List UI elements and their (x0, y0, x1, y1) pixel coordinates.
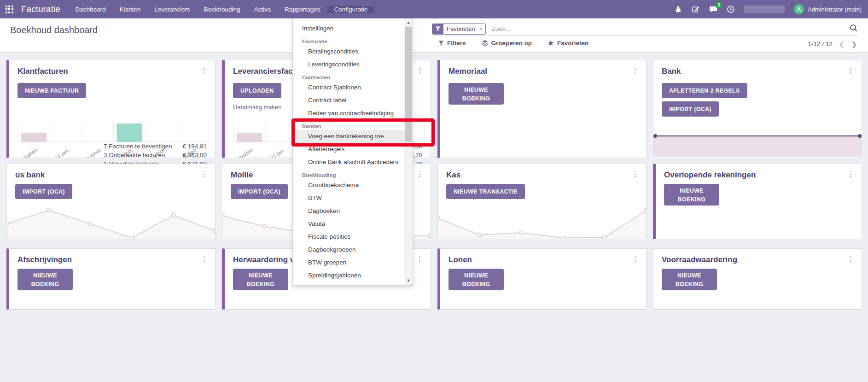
menu-item-dagboekgroepen[interactable]: Dagboekgroepen (293, 243, 404, 256)
menu-item-contract-sjablonen[interactable]: Contract Sjablonen (293, 81, 404, 94)
card-title: Overlopende rekeningen (664, 170, 756, 180)
nieuwe-boeking-button[interactable]: NIEUWEBOEKING (17, 269, 73, 290)
menu-item-btw-groepen[interactable]: BTW groepen (293, 256, 404, 269)
menu-item-grootboekschema[interactable]: Grootboekschema (293, 179, 404, 192)
search-input[interactable]: Zoek... (491, 25, 850, 32)
avatar: A (794, 4, 804, 14)
kebab-menu-icon[interactable]: ⋮ (414, 170, 425, 178)
menu-section-facturatie: Facturatie (293, 35, 404, 45)
card-title: us bank (15, 170, 45, 180)
filter-funnel-icon (432, 24, 443, 34)
company-switcher-redacted[interactable] (744, 6, 785, 13)
control-panel: Boekhoud dashboard Favorieten × Zoek... … (0, 18, 868, 53)
menu-item-fiscale-posities[interactable]: Fiscale posities (293, 230, 404, 243)
nav-item-boekhouding[interactable]: Boekhouding (197, 6, 247, 13)
nav-item-activa[interactable]: Activa (247, 6, 278, 13)
afletteren-button[interactable]: AFLETTEREN 2 REGELS (662, 83, 747, 98)
pager: 1-12 / 12 ❮ ❯ (808, 41, 857, 47)
menu-item-reden-van-contractbe-indiging[interactable]: Reden van contractbeëindiging (293, 107, 404, 120)
nav-item-klanten[interactable]: Klanten (113, 6, 148, 13)
dashboard-content: Klantfacturen ⋮ NIEUWE FACTUUR 7 Facture… (0, 53, 868, 382)
menu-item-instellingen[interactable]: Instellingen (293, 22, 404, 35)
nieuwe-boeking-button[interactable]: NIEUWEBOEKING (662, 269, 717, 290)
favorites-button[interactable]: Favorieten (548, 40, 588, 47)
grid-icon (6, 6, 13, 13)
kebab-menu-icon[interactable]: ⋮ (845, 170, 856, 178)
app-brand[interactable]: Facturatie (18, 4, 68, 14)
import-oca-button[interactable]: IMPORT (OCA) (15, 184, 72, 199)
card-us-bank: us bank ⋮ IMPORT (OCA) (6, 164, 216, 239)
svg-text:Deze week: Deze week (77, 147, 102, 158)
kebab-menu-icon[interactable]: ⋮ (845, 66, 856, 75)
menu-item-betalingscondities[interactable]: Betalingscondities (293, 45, 404, 58)
nieuwe-boeking-button[interactable]: NIEUWEBOEKING (449, 269, 504, 290)
chat-icon[interactable]: 2 (709, 5, 717, 13)
nav-item-configuratie[interactable]: Configuratie (327, 6, 375, 13)
import-oca-button[interactable]: IMPORT (OCA) (662, 101, 719, 117)
bug-icon[interactable] (674, 5, 682, 13)
mini-area-chart (653, 134, 862, 157)
nav-item-leveranciers[interactable]: Leveranciers (147, 6, 197, 13)
kebab-menu-icon[interactable]: ⋮ (414, 66, 425, 75)
nav-item-dashboard[interactable]: Dashboard (68, 6, 112, 13)
dropdown-scrollbar[interactable]: ▲ ▼ (404, 18, 413, 285)
card-title: Memoriaal (449, 67, 487, 76)
nieuwe-boeking-button[interactable]: NIEUWEBOEKING (449, 83, 504, 105)
page: Facturatie Dashboard Klanten Leverancier… (0, 0, 868, 382)
menu-section-contracten: Contracten (293, 71, 404, 81)
menu-item-account-groepen[interactable]: Account groepen (293, 282, 404, 285)
card-kas: Kas ⋮ NIEUWE TRANSACTIE (437, 164, 647, 239)
mini-line-chart (438, 201, 646, 239)
nieuwe-boeking-button[interactable]: NIEUWEBOEKING (233, 269, 288, 290)
menu-item-afletterregels[interactable]: Afletterregels (293, 143, 404, 156)
edit-icon[interactable] (692, 5, 700, 13)
facet-remove-icon[interactable]: × (478, 24, 485, 34)
menu-item-leveringscondities[interactable]: Leveringscondities (293, 58, 404, 71)
activity-clock-icon[interactable] (727, 5, 735, 13)
card-title: Kas (446, 170, 460, 180)
kebab-menu-icon[interactable]: ⋮ (845, 254, 856, 263)
menu-item-online-bank-afschrift-aanbieders[interactable]: Online Bank afschrift Aanbieders (293, 156, 404, 169)
search-icon[interactable] (850, 24, 858, 34)
kebab-menu-icon[interactable]: ⋮ (630, 254, 641, 263)
card-title: Klantfacturen (17, 67, 68, 76)
filters-button[interactable]: Filters (438, 40, 466, 47)
layers-icon (482, 40, 488, 46)
svg-text:15 - 21 jan.: 15 - 21 jan. (260, 147, 285, 158)
kebab-menu-icon[interactable]: ⋮ (199, 254, 210, 263)
nieuwe-transactie-button[interactable]: NIEUWE TRANSACTIE (446, 184, 525, 199)
card-overlopende-rekeningen: Overlopende rekeningen ⋮ NIEUWEBOEKING (653, 164, 862, 239)
navbar-right: 2 A Administrator (main) (674, 0, 868, 18)
menu-section-boekhouding: Boekhouding (293, 169, 404, 179)
menu-item-valuta[interactable]: Valuta (293, 217, 404, 230)
facet-label: Favorieten (443, 24, 478, 34)
card-lonen: Lonen ⋮ NIEUWEBOEKING (437, 248, 647, 310)
uploaden-button[interactable]: UPLOADEN (233, 83, 281, 98)
menu-item-dagboeken[interactable]: Dagboeken (293, 205, 404, 217)
card-title: Herwaardering vre (233, 255, 302, 264)
pager-prev-icon[interactable]: ❮ (839, 41, 845, 47)
apps-grid-icon[interactable] (0, 6, 18, 13)
kebab-menu-icon[interactable]: ⋮ (199, 66, 210, 75)
svg-text:Niet vervallen: Niet vervallen (168, 147, 198, 158)
configuratie-dropdown: InstellingenFacturatieBetalingscondities… (292, 18, 413, 286)
kebab-menu-icon[interactable]: ⋮ (630, 170, 641, 178)
menu-item-spreidingsjablonen[interactable]: Spreidingsjablonen (293, 269, 404, 282)
menu-item-contract-label[interactable]: Contract label (293, 94, 404, 107)
menu-item-btw[interactable]: BTW (293, 192, 404, 205)
group-by-button[interactable]: Groeperen op (482, 40, 532, 47)
kebab-menu-icon[interactable]: ⋮ (630, 66, 641, 75)
import-oca-button[interactable]: IMPORT (OCA) (231, 184, 288, 199)
kebab-menu-icon[interactable]: ⋮ (199, 170, 210, 178)
handmatig-maken-link[interactable]: Handmatig maken (233, 104, 282, 111)
menu-item-voeg-een-bankrekening-toe[interactable]: Voeg een bankrekening toe (293, 130, 404, 143)
scrollbar-thumb[interactable] (405, 27, 412, 142)
kebab-menu-icon[interactable]: ⋮ (414, 254, 425, 263)
nieuwe-boeking-button[interactable]: NIEUWEBOEKING (664, 184, 719, 206)
scrollbar-up-icon[interactable]: ▲ (404, 19, 413, 26)
scrollbar-down-icon[interactable]: ▼ (404, 277, 413, 284)
user-menu[interactable]: A Administrator (main) (794, 4, 862, 14)
nieuwe-factuur-button[interactable]: NIEUWE FACTUUR (17, 83, 86, 98)
nav-item-rapportages[interactable]: Rapportages (278, 6, 327, 13)
pager-next-icon[interactable]: ❯ (851, 41, 857, 47)
